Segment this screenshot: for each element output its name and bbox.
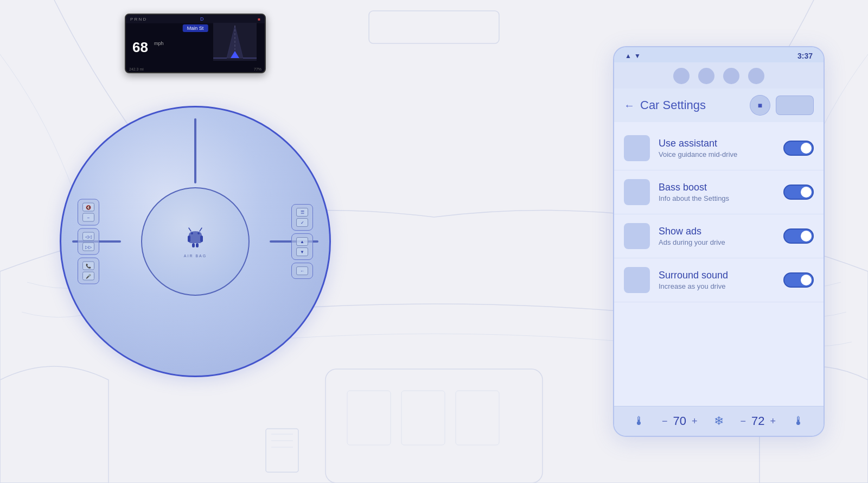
show-ads-icon-box	[624, 223, 650, 249]
show-ads-title: Show ads	[659, 226, 775, 237]
use-assistant-icon-box	[624, 135, 650, 161]
header-rect-button[interactable]	[776, 96, 814, 115]
left-btn-group-top: 🔇 −	[78, 199, 99, 226]
use-assistant-subtitle: Voice guidance mid-drive	[659, 150, 775, 158]
setting-item-surround-sound: Surround sound Increase as you drive	[614, 258, 824, 302]
climate-bar: 🌡 − 70 + ❄ − 72 + 🌡	[614, 406, 824, 436]
phone-status-bar: ▲ ▼ 3:37	[614, 47, 824, 62]
stop-icon: ■	[758, 101, 762, 110]
nav-map-art	[213, 23, 257, 61]
bass-boost-toggle-thumb	[801, 187, 812, 198]
header-right: ■	[750, 95, 814, 116]
climate-right-plus-btn[interactable]: +	[770, 416, 776, 427]
setting-item-show-ads: Show ads Ads during your drive	[614, 214, 824, 258]
show-ads-text: Show ads Ads during your drive	[659, 226, 775, 246]
left-controls: 🔇 − ◁◁ ▷▷ 📞 🎤	[78, 199, 99, 284]
svg-rect-19	[192, 243, 195, 247]
android-logo-icon	[184, 226, 206, 247]
climate-left-icon: 🌡	[633, 414, 645, 428]
nav-dot-3	[723, 68, 739, 84]
steering-section: P R N D D ■ Main St 68 mph 242.3 mi 77%	[43, 46, 347, 437]
climate-left-value: 70	[673, 414, 686, 428]
nav-speed-unit: mph	[154, 41, 164, 46]
use-assistant-text: Use assistant Voice guidance mid-drive	[659, 138, 775, 158]
climate-right-minus-btn[interactable]: −	[741, 416, 746, 427]
back-btn[interactable]: ←	[296, 266, 308, 275]
right-btn-group-mid: ▲ ▼	[291, 233, 313, 260]
surround-sound-title: Surround sound	[659, 270, 775, 281]
status-icons-left: ▲ ▼	[625, 52, 641, 60]
climate-right-icon: 🌡	[793, 414, 805, 428]
wifi-icon: ▼	[634, 52, 641, 60]
climate-left-control: − 70 +	[662, 414, 698, 428]
nav-gear: P R N D	[130, 17, 146, 22]
nav-dots-row	[614, 62, 824, 88]
check-btn[interactable]: ✓	[296, 218, 308, 227]
mute-btn[interactable]: 🔇	[82, 203, 94, 212]
right-controls: ☰ ✓ ▲ ▼ ←	[291, 204, 313, 279]
nav-display: P R N D D ■ Main St 68 mph 242.3 mi 77%	[125, 14, 266, 73]
nav-battery: 77%	[254, 67, 261, 71]
phone-btn[interactable]: 📞	[82, 262, 94, 270]
use-assistant-toggle[interactable]	[783, 141, 814, 156]
stop-button[interactable]: ■	[750, 95, 770, 116]
vol-down-btn[interactable]: −	[82, 213, 94, 222]
nav-alert: ■	[258, 17, 260, 22]
svg-line-21	[189, 228, 191, 231]
airbag-label: AIR BAG	[184, 254, 207, 258]
nav-dot-1	[673, 68, 690, 84]
settings-list: Use assistant Voice guidance mid-drive B…	[614, 122, 824, 406]
show-ads-toggle-thumb	[801, 231, 812, 242]
nav-indicator: D	[200, 16, 204, 22]
bass-boost-title: Bass boost	[659, 182, 775, 193]
nav-speed-value: 68	[132, 39, 148, 56]
setting-item-bass-boost: Bass boost Info about the Settings	[614, 170, 824, 214]
app-title: Car Settings	[640, 98, 706, 112]
climate-left-minus-btn[interactable]: −	[662, 416, 668, 427]
climate-left-plus-btn[interactable]: +	[692, 416, 698, 427]
phone-panel: ▲ ▼ 3:37 ← Car Settings ■	[613, 46, 825, 437]
svg-rect-20	[196, 243, 199, 247]
down-btn[interactable]: ▼	[296, 247, 308, 256]
prev-track-btn[interactable]: ◁◁	[82, 232, 94, 241]
climate-right-value: 72	[751, 414, 764, 428]
bass-boost-text: Bass boost Info about the Settings	[659, 182, 775, 202]
signal-icon: ▲	[625, 52, 631, 60]
back-button[interactable]: ←	[624, 99, 635, 112]
spoke-top	[194, 118, 196, 183]
surround-sound-icon-box	[624, 267, 650, 293]
steering-hub: AIR BAG	[141, 187, 250, 296]
climate-fan-icon: ❄	[714, 414, 724, 428]
use-assistant-title: Use assistant	[659, 138, 775, 149]
surround-sound-subtitle: Increase as you drive	[659, 282, 775, 290]
nav-bottom-bar: 242.3 mi 77%	[126, 66, 265, 72]
nav-dot-2	[698, 68, 714, 84]
setting-item-use-assistant: Use assistant Voice guidance mid-drive	[614, 126, 824, 170]
svg-line-22	[200, 228, 202, 231]
show-ads-toggle[interactable]	[783, 228, 814, 244]
show-ads-subtitle: Ads during your drive	[659, 238, 775, 246]
header-left: ← Car Settings	[624, 98, 706, 112]
voice-btn[interactable]: 🎤	[82, 272, 94, 281]
main-container: P R N D D ■ Main St 68 mph 242.3 mi 77%	[0, 0, 868, 483]
menu-btn[interactable]: ☰	[296, 208, 308, 217]
left-btn-group-bot: 📞 🎤	[78, 258, 99, 284]
nav-street-label: Main St	[183, 24, 208, 32]
up-btn[interactable]: ▲	[296, 237, 308, 246]
left-btn-group-mid: ◁◁ ▷▷	[78, 228, 99, 255]
nav-dot-4	[748, 68, 764, 84]
use-assistant-toggle-thumb	[801, 143, 812, 154]
app-header: ← Car Settings ■	[614, 88, 824, 122]
next-track-btn[interactable]: ▷▷	[82, 243, 94, 251]
bass-boost-icon-box	[624, 179, 650, 205]
right-btn-group-bot: ←	[291, 263, 313, 279]
nav-trip: 242.3 mi	[129, 67, 144, 71]
surround-sound-toggle-thumb	[801, 275, 812, 285]
surround-sound-toggle[interactable]	[783, 272, 814, 288]
surround-sound-text: Surround sound Increase as you drive	[659, 270, 775, 290]
right-btn-group-top: ☰ ✓	[291, 204, 313, 231]
climate-right-control: − 72 +	[741, 414, 776, 428]
bass-boost-subtitle: Info about the Settings	[659, 194, 775, 202]
bass-boost-toggle[interactable]	[783, 185, 814, 200]
steering-wheel: 🔇 − ◁◁ ▷▷ 📞 🎤 ☰ ✓ ▲	[60, 106, 331, 377]
